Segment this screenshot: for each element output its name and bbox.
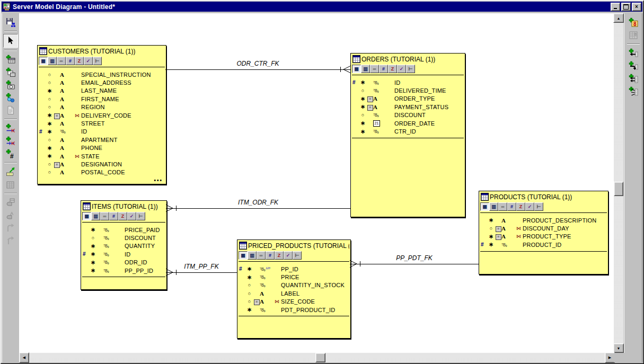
column-row[interactable]: ∗ASTREET	[38, 119, 166, 127]
column-row[interactable]: ∗A⋈STATE	[38, 152, 166, 160]
column-row[interactable]: ○AREGION	[38, 103, 166, 111]
column-row[interactable]: #∗⁷8₉¹²³PP_ID	[237, 265, 350, 273]
column-row[interactable]: ∗⁷8₉PDT_PRODUCT_ID	[237, 306, 350, 314]
column-row[interactable]: ○⁷8₉QUANTITY_IN_STOCK	[237, 281, 350, 289]
column-row[interactable]: ∗APHONE	[38, 144, 166, 152]
column-row[interactable]: ∗ALAST_NAME	[38, 87, 166, 95]
checks-display-button[interactable]: ✓	[127, 212, 136, 220]
key-numbers-display-button[interactable]: #	[109, 212, 118, 220]
triggers-display-button[interactable]: Z	[516, 202, 525, 211]
find-display-button[interactable]: ∞	[370, 65, 379, 73]
column-row[interactable]: #∗⁷8₉ID	[351, 78, 465, 86]
column-row[interactable]: ∗≡AORDER_TYPE	[351, 95, 465, 103]
find-display-button[interactable]: ∞	[257, 251, 266, 260]
app-icon[interactable]	[3, 3, 11, 11]
select-pointer-button[interactable]	[3, 34, 18, 48]
checks-display-button[interactable]: ✓	[397, 65, 406, 73]
horizontal-scrollbar[interactable]: ◀ ▶	[19, 353, 615, 362]
column-row[interactable]: ∗⁷8₉ODR_ID	[81, 259, 166, 267]
find-display-button[interactable]: ∞	[100, 212, 109, 220]
create-input-argument-button[interactable]	[627, 47, 640, 59]
create-table-button[interactable]	[4, 53, 17, 66]
keys-display-button[interactable]: ▥	[489, 202, 498, 211]
create-foreign-key-button[interactable]	[4, 122, 17, 135]
find-display-button[interactable]: ∞	[57, 57, 66, 65]
column-row[interactable]: #∗⁷8₉PRODUCT_ID	[479, 241, 608, 248]
columns-display-button[interactable]: ▦	[82, 212, 91, 220]
key-icon-display-button[interactable]: ⊢	[406, 65, 415, 73]
triggers-display-button[interactable]: Z	[275, 251, 284, 260]
column-row[interactable]: ○ALABEL	[237, 289, 350, 297]
column-row[interactable]: ○ASPECIAL_INSTRUCTION	[38, 70, 166, 78]
column-row[interactable]: ○⁷8₉DISCOUNT	[351, 111, 465, 119]
column-row[interactable]: ○APOSTAL_CODE	[38, 168, 166, 176]
triggers-display-button[interactable]: Z	[388, 65, 397, 73]
key-numbers-display-button[interactable]: #	[507, 202, 516, 211]
create-function-button[interactable]: 8	[627, 16, 640, 29]
column-row[interactable]: #∗⁷8₉ID	[38, 128, 166, 136]
create-view-button[interactable]	[4, 66, 17, 78]
key-icon-display-button[interactable]: ⊢	[293, 251, 302, 260]
create-argument-list-button[interactable]	[627, 72, 640, 85]
column-row[interactable]: ○AEMAIL_ADDRESS	[38, 78, 166, 86]
column-row[interactable]: ∗≡A⋈PRODUCT_TYPE	[479, 233, 608, 241]
columns-display-button[interactable]: ▦	[239, 251, 248, 260]
column-row[interactable]: ○≡A⋈DISCOUNT_DAY	[479, 224, 608, 232]
column-row[interactable]: ○≡A⋈SIZE_CODE	[237, 298, 350, 306]
key-numbers-display-button[interactable]: #	[66, 57, 75, 65]
vertical-scroll-thumb[interactable]	[614, 182, 623, 196]
create-split-arguments-button[interactable]	[627, 85, 640, 97]
key-numbers-display-button[interactable]: #	[266, 251, 275, 260]
minimize-button[interactable]	[611, 3, 620, 11]
checks-display-button[interactable]: ✓	[84, 57, 93, 65]
save-diagram-button[interactable]	[4, 16, 17, 29]
vertical-scrollbar[interactable]: ▲ ▼	[614, 13, 623, 353]
autolayout-button[interactable]	[4, 165, 17, 178]
columns-display-button[interactable]: ▦	[352, 65, 361, 73]
checks-display-button[interactable]: ✓	[525, 202, 534, 211]
column-row[interactable]: ○⁷8₉DELIVERED_TIME	[351, 86, 465, 94]
keys-display-button[interactable]: ▥	[48, 57, 57, 65]
create-key-button[interactable]: #	[4, 147, 17, 160]
create-snapshot-button[interactable]	[4, 78, 17, 91]
keys-display-button[interactable]: ▥	[361, 65, 370, 73]
column-row[interactable]: ○AAPARTMENT	[38, 136, 166, 144]
keys-display-button[interactable]: ▥	[248, 251, 257, 260]
entity-customers[interactable]: CUSTOMERS (TUTORIAL (1))▦▥∞#Z✓⊢○ASPECIAL…	[37, 45, 166, 184]
create-mandatory-foreign-key-button[interactable]	[4, 135, 17, 147]
create-cluster-button[interactable]	[4, 91, 17, 104]
diagram-canvas[interactable]: CUSTOMERS (TUTORIAL (1))▦▥∞#Z✓⊢○ASPECIAL…	[19, 13, 614, 353]
columns-display-button[interactable]: ▦	[39, 57, 48, 65]
column-row[interactable]: ○≡ADESIGNATION	[38, 160, 166, 168]
column-row[interactable]: ∗⁷8₉PRICE_PAID	[81, 226, 166, 234]
column-row[interactable]: ∗≡A⋈DELIVERY_CODE	[38, 111, 166, 119]
close-button[interactable]: ×	[632, 3, 641, 11]
key-numbers-display-button[interactable]: #	[379, 65, 388, 73]
more-columns-indicator[interactable]: •••	[154, 177, 163, 183]
column-row[interactable]: ○AFIRST_NAME	[38, 95, 166, 103]
entity-items[interactable]: ITEMS (TUTORIAL (1))▦▥∞#Z✓⊢∗⁷8₉PRICE_PAI…	[81, 200, 167, 290]
scroll-up-button[interactable]: ▲	[613, 13, 624, 23]
column-row[interactable]: ∗≡APAYMENT_STATUS	[351, 103, 465, 111]
column-row[interactable]: ∗21ORDER_DATE	[351, 119, 465, 127]
column-row[interactable]: ∗APRODUCT_DESCRIPTION	[479, 216, 608, 224]
column-row[interactable]: ∗⁷8₉CTR_ID	[351, 127, 465, 135]
column-row[interactable]: ∗⁷8₉QUANTITY	[81, 242, 166, 250]
entity-priced-products[interactable]: PRICED_PRODUCTS (TUTORIAL (▦▥∞#Z✓⊢#∗⁷8₉¹…	[237, 239, 351, 339]
column-row[interactable]: ∗⁷8₉PRICE	[237, 273, 350, 281]
maximize-button[interactable]	[621, 3, 631, 11]
entity-orders[interactable]: ORDERS (TUTORIAL (1))▦▥∞#Z✓⊢#∗⁷8₉ID○⁷8₉D…	[350, 53, 465, 217]
column-row[interactable]: ○⁷8₉DISCOUNT	[81, 234, 166, 242]
key-icon-display-button[interactable]: ⊢	[534, 202, 543, 211]
triggers-display-button[interactable]: Z	[118, 212, 127, 220]
key-icon-display-button[interactable]: ⊢	[93, 57, 102, 65]
key-icon-display-button[interactable]: ⊢	[136, 212, 145, 220]
columns-display-button[interactable]: ▦	[480, 202, 489, 211]
scroll-left-button[interactable]: ◀	[19, 352, 29, 363]
keys-display-button[interactable]: ▥	[91, 212, 100, 220]
column-row[interactable]: #∗⁷8₉ID	[81, 250, 166, 258]
checks-display-button[interactable]: ✓	[284, 251, 293, 260]
scroll-down-button[interactable]: ▼	[613, 343, 624, 353]
column-row[interactable]: ∗⁷8₉PP_PP_ID	[81, 267, 166, 274]
horizontal-scroll-thumb[interactable]	[315, 353, 325, 362]
